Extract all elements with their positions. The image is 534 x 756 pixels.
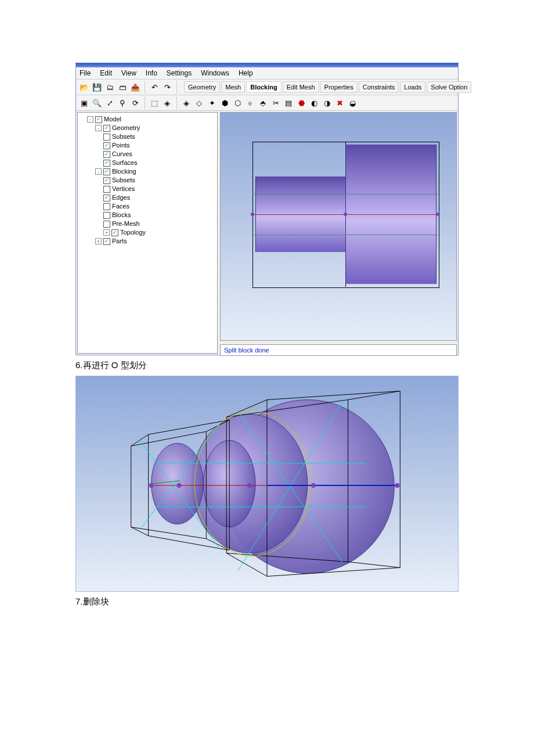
tree-node-edges[interactable]: Edges: [112, 193, 130, 202]
model-tree[interactable]: -✓Model -✓Geometry ✓Subsets ✓Points ✓Cur…: [78, 113, 217, 248]
tree-node-pre-mesh[interactable]: Pre-Mesh: [112, 219, 140, 228]
blocking-tool-icon[interactable]: ⬢: [219, 97, 230, 109]
tree-node-curves[interactable]: Curves: [112, 150, 132, 159]
tree-checkbox[interactable]: ✓: [103, 195, 110, 201]
tab-geometry[interactable]: Geometry: [184, 81, 220, 93]
status-message: Split block done: [224, 347, 269, 354]
tree-expander-icon[interactable]: -: [95, 168, 102, 175]
status-bar: Split block done: [220, 344, 457, 356]
tree-checkbox[interactable]: ✓: [103, 212, 110, 219]
tree-checkbox[interactable]: ✓: [103, 177, 110, 184]
tab-constraints[interactable]: Constraints: [359, 81, 399, 93]
tree-node-subsets[interactable]: Subsets: [112, 132, 135, 141]
display-box-icon[interactable]: ▣: [78, 97, 90, 109]
tree-node-points[interactable]: Points: [112, 141, 130, 150]
toolbar-divider: [176, 81, 177, 93]
tree-checkbox[interactable]: ✓: [103, 125, 110, 132]
tree-node-faces[interactable]: Faces: [112, 202, 129, 211]
menu-info[interactable]: Info: [146, 69, 157, 77]
undo-icon[interactable]: ↶: [149, 81, 160, 93]
ribbon-tabs: Geometry Mesh Blocking Edit Mesh Propert…: [182, 80, 474, 94]
zoom-icon[interactable]: 🔍: [91, 97, 103, 109]
tree-node-surfaces[interactable]: Surfaces: [112, 159, 137, 167]
solid-icon[interactable]: ◈: [161, 97, 173, 109]
tree-expander-icon[interactable]: +: [103, 229, 110, 236]
menu-settings[interactable]: Settings: [167, 69, 192, 77]
tree-expander-icon[interactable]: -: [95, 125, 102, 131]
tree-checkbox[interactable]: ✓: [103, 186, 110, 193]
tree-checkbox[interactable]: ✓: [103, 151, 110, 158]
ogrid-wireframe: [76, 376, 458, 591]
blocking-tool-icon[interactable]: ▤: [283, 97, 294, 109]
project-icon[interactable]: 🗂: [104, 81, 116, 93]
tree-node-vertices[interactable]: Vertices: [112, 185, 135, 193]
tree-checkbox[interactable]: ✓: [103, 203, 110, 210]
menu-view[interactable]: View: [121, 69, 136, 77]
blocking-tool-icon[interactable]: ◇: [193, 97, 205, 109]
tree-expander-icon[interactable]: -: [87, 116, 93, 123]
toolbar-divider: [145, 96, 145, 109]
tree-checkbox[interactable]: ✓: [103, 238, 110, 245]
tab-solve-options[interactable]: Solve Option: [427, 81, 471, 93]
tree-checkbox[interactable]: ✓: [103, 221, 110, 228]
svg-point-23: [176, 483, 181, 488]
toolbar-divider: [176, 96, 177, 109]
svg-line-5: [348, 391, 400, 399]
blocking-tool-icon[interactable]: ◒: [347, 97, 358, 109]
open-icon[interactable]: 📂: [78, 81, 90, 93]
block-vertex: [344, 213, 347, 216]
step-caption-7: 7.删除块: [75, 596, 459, 607]
svg-point-26: [395, 483, 399, 488]
menu-help[interactable]: Help: [239, 69, 253, 77]
blocking-tool-icon[interactable]: ⬡: [232, 97, 243, 109]
tab-edit-mesh[interactable]: Edit Mesh: [283, 81, 319, 93]
tree-checkbox[interactable]: ✓: [103, 142, 110, 149]
app-window: File Edit View Info Settings Windows Hel…: [75, 63, 459, 355]
export-icon[interactable]: 📤: [129, 81, 141, 93]
tab-blocking[interactable]: Blocking: [246, 81, 281, 93]
tree-node-subsets[interactable]: Subsets: [112, 176, 135, 185]
blocking-tool-icon[interactable]: ⬣: [295, 97, 307, 109]
menu-bar: File Edit View Info Settings Windows Hel…: [76, 67, 458, 80]
tab-loads[interactable]: Loads: [400, 81, 425, 93]
blocking-delete-icon[interactable]: ✖: [334, 97, 345, 109]
tab-mesh[interactable]: Mesh: [221, 81, 245, 93]
wireframe-icon[interactable]: ⬚: [149, 97, 160, 109]
blocking-tool-icon[interactable]: ◈: [181, 97, 192, 109]
tree-checkbox[interactable]: ✓: [103, 134, 110, 141]
geometry-file-icon[interactable]: 🗃: [117, 81, 128, 93]
menu-windows[interactable]: Windows: [201, 69, 229, 77]
blocking-tool-icon[interactable]: ⬘: [257, 97, 269, 109]
tree-node-geometry[interactable]: Geometry: [112, 124, 140, 132]
tree-checkbox[interactable]: ✓: [95, 116, 102, 123]
blocking-tool-icon[interactable]: ⟐: [244, 97, 256, 109]
tree-checkbox[interactable]: ✓: [111, 229, 118, 236]
tree-expander-icon[interactable]: +: [95, 238, 102, 244]
step-caption-6: 6.再进行 O 型划分: [75, 360, 459, 371]
tree-checkbox[interactable]: ✓: [103, 168, 110, 175]
tree-node-model[interactable]: Model: [104, 115, 121, 124]
svg-line-6: [348, 562, 400, 568]
blocking-tool-icon[interactable]: ◑: [321, 97, 333, 109]
save-icon[interactable]: 💾: [91, 81, 103, 93]
local-axis-icon[interactable]: ⚲: [117, 97, 128, 109]
menu-edit[interactable]: Edit: [100, 69, 112, 77]
redo-icon[interactable]: ↷: [161, 81, 173, 93]
svg-point-25: [311, 483, 316, 488]
refresh-icon[interactable]: ⟳: [129, 97, 141, 109]
menu-file[interactable]: File: [80, 69, 91, 77]
toolbar-row-2: ▣ 🔍 ⤢ ⚲ ⟳ ⬚ ◈ ◈ ◇ ✦ ⬢ ⬡ ⟐ ⬘ ✂ ▤ ⬣ ◐ ◑ ✖ …: [76, 95, 458, 111]
blocking-tool-icon[interactable]: ✂: [270, 97, 282, 109]
tree-node-blocking[interactable]: Blocking: [112, 167, 136, 176]
viewport-3d[interactable]: [220, 112, 457, 341]
svg-point-22: [149, 483, 154, 488]
tree-node-topology[interactable]: Topology: [120, 228, 146, 237]
fit-icon[interactable]: ⤢: [104, 97, 116, 109]
tree-node-parts[interactable]: Parts: [112, 237, 127, 246]
tree-checkbox[interactable]: ✓: [103, 160, 110, 167]
blocking-tool-icon[interactable]: ✦: [206, 97, 218, 109]
blocking-tool-icon[interactable]: ◐: [308, 97, 320, 109]
tree-node-blocks[interactable]: Blocks: [112, 211, 131, 219]
toolbar-row-1: 📂 💾 🗂 🗃 📤 ↶ ↷ Geometry Mesh Blocking Edi…: [76, 80, 458, 95]
tab-properties[interactable]: Properties: [320, 81, 358, 93]
